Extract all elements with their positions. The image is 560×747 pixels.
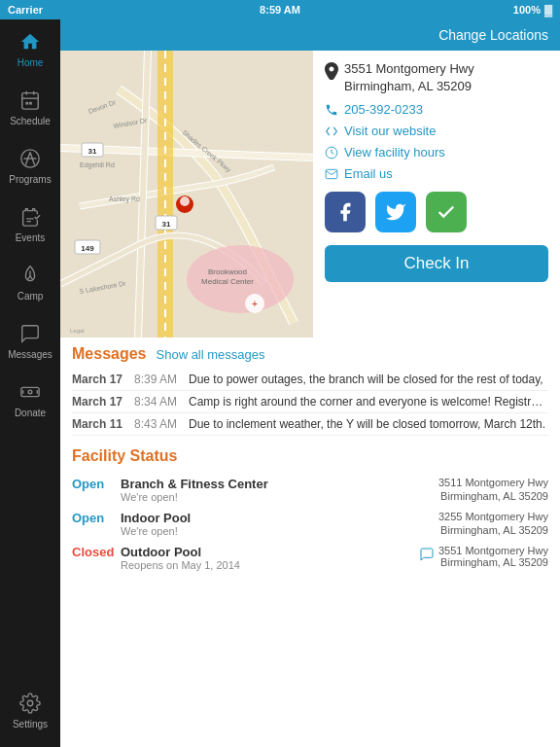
sidebar-settings-label: Settings: [13, 719, 48, 729]
hours-link: View facility hours: [344, 145, 445, 160]
info-panel: 3551 Montgomery Hwy Birmingham, AL 35209…: [313, 51, 560, 338]
email-link: Email us: [344, 166, 393, 181]
sidebar-events-label: Events: [16, 232, 46, 243]
message-item: March 17 8:34 AM Camp is right around th…: [72, 391, 548, 413]
sidebar-item-schedule[interactable]: Schedule: [0, 78, 60, 136]
messages-title: Messages: [72, 345, 147, 363]
mid-section: Brookwood Medical Center 31 149 31 Devon…: [60, 51, 560, 338]
schedule-icon: [18, 88, 43, 113]
programs-icon: [18, 146, 43, 171]
msg-date-1: March 17: [72, 395, 128, 409]
main-container: Home Schedule Programs Events Camp: [0, 19, 560, 747]
facility-addr-2: 3551 Montgomery Hwy Birmingham, AL 35209: [402, 545, 548, 568]
svg-line-12: [30, 276, 33, 280]
sidebar-schedule-label: Schedule: [10, 116, 51, 126]
facility-status-1: Open: [72, 511, 121, 525]
location-pin-icon: [325, 62, 338, 80]
change-locations-link[interactable]: Change Locations: [438, 27, 548, 43]
status-time: 8:59 AM: [260, 4, 300, 16]
msg-time-0: 8:39 AM: [134, 373, 183, 386]
bottom-content: Messages Show all messages March 17 8:39…: [60, 338, 560, 747]
wg-button[interactable]: [426, 192, 467, 232]
email-row[interactable]: Email us: [325, 166, 548, 181]
sidebar-item-settings[interactable]: Settings: [0, 681, 60, 739]
message-item: March 11 8:43 AM Due to inclement weathe…: [72, 413, 548, 436]
svg-text:Legal: Legal: [70, 328, 85, 334]
msg-date-0: March 17: [72, 373, 128, 386]
facebook-button[interactable]: [325, 192, 366, 232]
sidebar-item-programs[interactable]: Programs: [0, 136, 60, 195]
facility-addr-0: 3511 Montgomery Hwy Birmingham, AL 35209: [402, 477, 548, 502]
message-item: March 17 8:39 AM Due to power outages, t…: [72, 369, 548, 391]
facility-name-2: Outdoor Pool: [121, 545, 402, 559]
svg-text:Edgehill Rd: Edgehill Rd: [80, 161, 115, 169]
settings-icon: [18, 691, 43, 716]
chat-icon: [419, 547, 435, 562]
donate-icon: [18, 379, 43, 405]
phone-number: 205-392-0233: [344, 102, 423, 117]
home-icon: [18, 29, 43, 54]
svg-text:Ashley Rd: Ashley Rd: [109, 196, 140, 203]
facility-sub-2: Reopens on May 1, 2014: [121, 559, 402, 571]
sidebar-programs-label: Programs: [9, 174, 51, 185]
svg-text:31: 31: [88, 147, 97, 156]
msg-time-2: 8:43 AM: [134, 417, 183, 431]
sidebar-camp-label: Camp: [18, 291, 44, 302]
social-row: [325, 192, 548, 232]
facility-row-0: Open Branch & Fitness Center We're open!…: [72, 473, 548, 507]
facility-name-1: Indoor Pool: [121, 511, 402, 525]
camp-icon: [18, 263, 43, 288]
messages-icon: [18, 321, 43, 346]
email-icon: [325, 167, 338, 181]
facility-row-1: Open Indoor Pool We're open! 3255 Montgo…: [72, 507, 548, 541]
facility-status-0: Open: [72, 477, 121, 491]
messages-header: Messages Show all messages: [72, 345, 548, 363]
msg-time-1: 8:34 AM: [134, 395, 183, 409]
sidebar-home-label: Home: [18, 57, 44, 68]
svg-rect-0: [22, 93, 39, 110]
svg-point-13: [28, 390, 32, 394]
svg-text:Medical Center: Medical Center: [201, 277, 254, 286]
phone-row[interactable]: 205-392-0233: [325, 102, 548, 117]
sidebar-item-events[interactable]: Events: [0, 195, 60, 253]
sidebar-item-home[interactable]: Home: [0, 19, 60, 78]
sidebar-item-messages[interactable]: Messages: [0, 311, 60, 370]
svg-point-40: [180, 196, 190, 206]
sidebar-item-camp[interactable]: Camp: [0, 253, 60, 311]
svg-text:149: 149: [81, 244, 94, 253]
svg-rect-5: [29, 102, 32, 105]
sidebar-messages-label: Messages: [8, 349, 52, 360]
website-icon: [325, 124, 338, 138]
checkin-button[interactable]: Check In: [325, 245, 548, 282]
facility-section: Facility Status Open Branch & Fitness Ce…: [72, 447, 548, 575]
facility-name-0: Branch & Fitness Center: [121, 477, 402, 491]
svg-point-16: [27, 700, 33, 706]
facility-sub-1: We're open!: [121, 525, 402, 537]
hours-row[interactable]: View facility hours: [325, 145, 548, 160]
website-row[interactable]: Visit our website: [325, 124, 548, 138]
svg-text:Brookwood: Brookwood: [208, 267, 247, 276]
map-container[interactable]: Brookwood Medical Center 31 149 31 Devon…: [60, 51, 313, 338]
msg-text-2: Due to inclement weather, the Y will be …: [189, 417, 548, 431]
address-line1: 3551 Montgomery Hwy: [344, 60, 474, 78]
sidebar-item-donate[interactable]: Donate: [0, 370, 60, 428]
battery-text: 100%: [513, 4, 541, 16]
show-all-messages-link[interactable]: Show all messages: [157, 347, 265, 362]
messages-list: March 17 8:39 AM Due to power outages, t…: [72, 369, 548, 436]
sidebar-donate-label: Donate: [15, 408, 46, 418]
carrier-text: Carrier: [8, 4, 43, 16]
facility-addr-1: 3255 Montgomery Hwy Birmingham, AL 35209: [402, 511, 548, 536]
website-link: Visit our website: [344, 124, 436, 138]
msg-text-1: Camp is right around the corner and ever…: [189, 395, 548, 409]
msg-text-0: Due to power outages, the branch will be…: [189, 373, 548, 386]
facility-status-title: Facility Status: [72, 447, 548, 465]
battery-icon: ▓: [544, 4, 552, 16]
twitter-button[interactable]: [375, 192, 416, 232]
content-area: Change Locations: [60, 19, 560, 747]
svg-text:31: 31: [162, 220, 171, 229]
address-line2: Birmingham, AL 35209: [344, 78, 474, 95]
phone-icon: [325, 103, 338, 117]
events-icon: [18, 204, 43, 230]
info-address: 3551 Montgomery Hwy Birmingham, AL 35209: [325, 60, 548, 95]
facility-row-2: Closed Outdoor Pool Reopens on May 1, 20…: [72, 541, 548, 575]
